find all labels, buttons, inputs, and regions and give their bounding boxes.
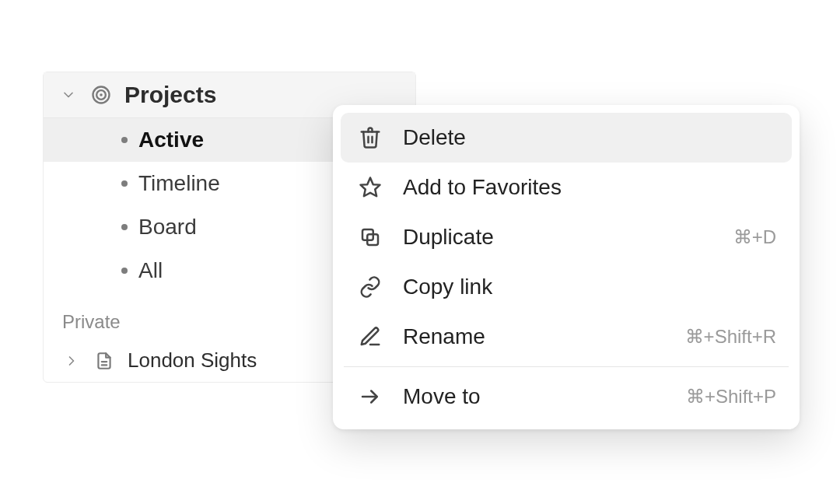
edit-icon: [356, 323, 384, 351]
bullet-icon: [121, 224, 128, 230]
sidebar-item-label: London Sights: [128, 348, 257, 373]
bullet-icon: [121, 137, 128, 143]
svg-point-2: [100, 93, 103, 96]
menu-item-shortcut: ⌘+Shift+P: [686, 386, 776, 408]
menu-item-label: Add to Favorites: [403, 175, 758, 200]
trash-icon: [356, 124, 384, 152]
menu-item-label: Duplicate: [403, 225, 715, 250]
copy-icon: [356, 223, 384, 251]
svg-marker-7: [361, 178, 380, 197]
sidebar-item-label: Active: [138, 128, 204, 152]
context-menu: Delete Add to Favorites Duplicate ⌘+D Co…: [333, 105, 800, 429]
menu-item-label: Copy link: [403, 275, 758, 299]
bullet-icon: [121, 180, 128, 187]
menu-separator: [344, 366, 789, 367]
bullet-icon: [121, 268, 128, 274]
arrow-right-icon: [356, 383, 384, 411]
sidebar-item-label: All: [138, 258, 163, 283]
menu-item-add-to-favorites[interactable]: Add to Favorites: [341, 163, 792, 212]
menu-item-duplicate[interactable]: Duplicate ⌘+D: [341, 212, 792, 262]
chevron-right-icon: [62, 353, 81, 369]
target-icon: [89, 84, 114, 106]
star-icon: [356, 173, 384, 201]
chevron-down-icon: [59, 87, 78, 103]
page-icon: [92, 351, 117, 371]
menu-item-delete[interactable]: Delete: [341, 113, 792, 163]
sidebar-item-label: Timeline: [138, 171, 220, 196]
menu-item-label: Rename: [403, 324, 667, 349]
menu-item-label: Delete: [403, 125, 758, 150]
menu-item-shortcut: ⌘+Shift+R: [685, 326, 776, 348]
menu-item-label: Move to: [403, 384, 667, 409]
sidebar-header-label: Projects: [124, 82, 216, 108]
sidebar-item-label: Board: [138, 215, 197, 240]
menu-item-move-to[interactable]: Move to ⌘+Shift+P: [341, 372, 792, 422]
menu-item-copy-link[interactable]: Copy link: [341, 262, 792, 312]
link-icon: [356, 273, 384, 301]
menu-item-shortcut: ⌘+D: [733, 226, 776, 248]
menu-item-rename[interactable]: Rename ⌘+Shift+R: [341, 312, 792, 362]
